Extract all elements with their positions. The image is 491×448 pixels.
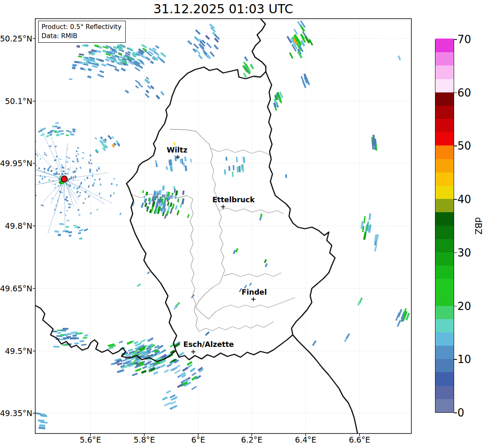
radar-echo — [42, 178, 43, 179]
colorbar-tick-label: 0 — [457, 407, 464, 419]
radar-echo — [192, 372, 196, 376]
radar-echo — [100, 136, 103, 139]
radar-echo — [174, 142, 176, 145]
radar-echo — [29, 201, 31, 203]
radar-echo — [39, 158, 41, 160]
product-line: Product: 0.5° Reflectivity — [41, 22, 122, 31]
colorbar-block — [435, 145, 454, 159]
colorbar-block — [435, 385, 454, 399]
lat-tick-label: 50.1°N — [5, 97, 32, 106]
district-border — [219, 211, 225, 283]
colorbar-tick — [454, 412, 457, 413]
radar-echo — [85, 179, 86, 181]
radar-echo — [125, 90, 129, 94]
colorbar-tick-label: 70 — [457, 33, 471, 46]
radar-echo — [60, 133, 64, 135]
radar-echo — [74, 342, 79, 344]
radar-echo — [69, 131, 72, 133]
lon-tick-label: 6°E — [191, 435, 205, 444]
radar-echo — [160, 52, 166, 58]
colorbar-tick-label: 20 — [457, 300, 471, 312]
radar-echo — [147, 85, 151, 90]
radar-echo — [82, 152, 85, 154]
radar-echo — [68, 157, 70, 159]
radar-echo — [132, 373, 138, 376]
radar-echo — [190, 368, 195, 373]
radar-echo — [66, 230, 68, 232]
radar-echo — [49, 145, 51, 147]
radar-echo — [61, 166, 63, 168]
radar-echo — [145, 93, 150, 98]
radar-echo — [87, 177, 88, 179]
district-border — [224, 273, 281, 277]
radar-echo — [57, 332, 61, 334]
clutter-spoke — [64, 179, 65, 232]
radar-echo — [21, 193, 22, 194]
radar-echo — [294, 29, 298, 34]
radar-echo — [96, 169, 98, 172]
radar-echo — [79, 192, 81, 194]
radar-echo — [69, 235, 72, 237]
radar-echo — [81, 344, 86, 346]
radar-echo — [184, 157, 187, 162]
radar-echo — [147, 337, 154, 342]
radar-echo — [142, 366, 148, 369]
radar-echo — [249, 283, 252, 286]
radar-echo — [78, 56, 82, 58]
radar-echo — [193, 44, 199, 49]
colorbar-tick-label: 10 — [457, 353, 471, 366]
radar-echo — [76, 191, 79, 193]
radar-echo — [160, 59, 165, 63]
radar-echo — [140, 339, 146, 343]
radar-echo — [177, 210, 180, 216]
radar-echo — [72, 67, 75, 69]
radar-echo — [80, 167, 82, 169]
radar-echo — [98, 166, 100, 168]
colorbar-block — [435, 199, 454, 213]
radar-echo — [83, 59, 88, 61]
radar-echo — [180, 204, 182, 208]
radar-echo — [78, 153, 79, 155]
colorbar-block — [435, 372, 454, 386]
radar-echo — [25, 157, 27, 158]
radar-echo — [110, 195, 112, 197]
radar-echo — [40, 175, 41, 177]
radar-echo — [369, 213, 371, 220]
radar-echo — [85, 198, 86, 200]
radar-echo — [38, 419, 44, 422]
radar-echo — [80, 340, 84, 342]
radar-echo — [58, 234, 61, 236]
radar-echo — [67, 220, 68, 221]
lat-tick-label: 50.25°N — [0, 34, 32, 43]
radar-echo — [66, 196, 68, 198]
radar-echo — [172, 203, 175, 209]
colorbar-block — [435, 279, 454, 293]
radar-echo — [92, 173, 93, 174]
colorbar-block — [435, 39, 454, 52]
radar-echo — [56, 134, 60, 136]
colorbar-block — [435, 65, 454, 79]
radar-echo — [88, 162, 90, 164]
colorbar-tick-label: 30 — [457, 247, 471, 259]
radar-echo — [44, 153, 46, 155]
radar-echo — [166, 390, 171, 394]
radar-echo — [156, 94, 160, 99]
radar-echo — [191, 386, 197, 390]
radar-echo — [161, 349, 166, 353]
radar-echo — [55, 145, 57, 147]
radar-echo — [66, 200, 68, 201]
radar-echo — [117, 369, 124, 373]
colorbar-block — [435, 265, 454, 279]
radar-echo — [17, 173, 19, 174]
radar-echo — [135, 85, 139, 89]
radar-echo — [244, 56, 248, 61]
radar-echo — [73, 225, 76, 227]
radar-echo — [68, 206, 70, 208]
radar-echo — [75, 155, 78, 157]
radar-echo — [49, 133, 53, 136]
district-border — [170, 129, 219, 211]
clutter-spoke — [10, 179, 64, 190]
radar-echo — [135, 368, 142, 372]
radar-echo — [57, 127, 61, 129]
radar-echo — [67, 148, 68, 149]
